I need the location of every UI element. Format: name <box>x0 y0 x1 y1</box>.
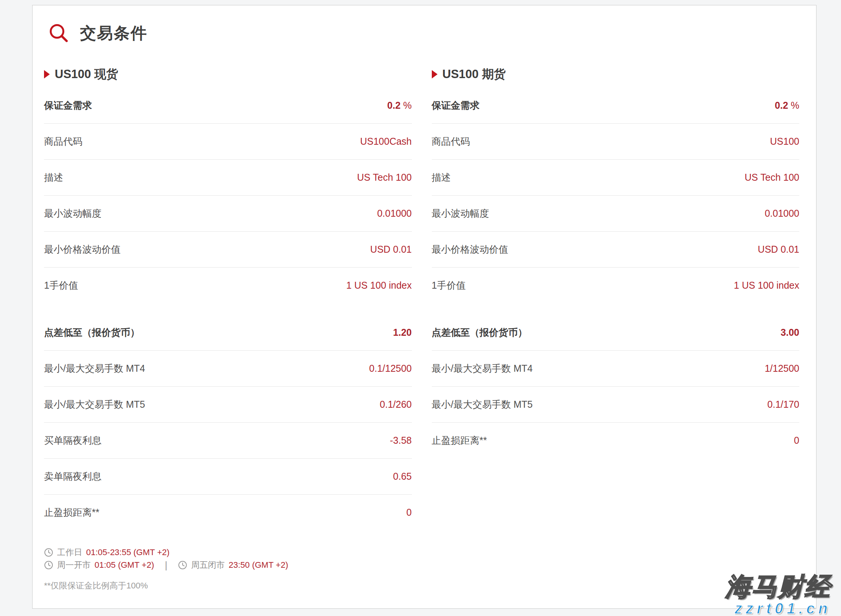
row-value: 0.1/170 <box>768 399 799 410</box>
row-label: 最小/最大交易手数 MT5 <box>432 399 533 410</box>
watermark-brand: 海马财经 <box>725 574 831 599</box>
column-title: US100 期货 <box>443 66 506 82</box>
table-row: 最小波动幅度0.01000 <box>432 195 800 231</box>
row-label: 卖单隔夜利息 <box>44 471 101 482</box>
table-row: 1手价值1 US 100 index <box>44 267 412 303</box>
column-title: US100 现货 <box>55 66 118 82</box>
row-value: USD 0.01 <box>758 243 799 255</box>
table-row: 止盈损距离**0 <box>432 422 800 458</box>
table-row: 描述US Tech 100 <box>432 159 800 195</box>
row-value: 0 <box>794 435 799 446</box>
row-value: 1 US 100 index <box>346 279 412 291</box>
table-row: 最小价格波动价值USD 0.01 <box>44 231 412 267</box>
table-row: 最小/最大交易手数 MT40.1/12500 <box>44 350 412 386</box>
schedule-time: 23:50 (GMT +2) <box>229 560 288 570</box>
row-label: 1手价值 <box>44 279 78 291</box>
row-value: 0.1/12500 <box>369 363 412 374</box>
table-row: 卖单隔夜利息0.65 <box>44 458 412 494</box>
schedule-time: 01:05 (GMT +2) <box>95 560 154 570</box>
table-row: 保证金需求0.2 % <box>44 88 412 123</box>
column-spot: US100 现货 保证金需求0.2 %商品代码US100Cash描述US Tec… <box>44 66 412 591</box>
table-row: 最小/最大交易手数 MT50.1/260 <box>44 386 412 422</box>
row-label: 商品代码 <box>432 136 470 147</box>
row-value: 0.2 % <box>387 100 412 111</box>
futures-rows: 保证金需求0.2 %商品代码US100描述US Tech 100最小波动幅度0.… <box>432 88 800 458</box>
row-value: 3.00 <box>781 327 799 338</box>
arrow-right-icon <box>44 70 50 78</box>
schedule-line-weekday: 工作日 01:05-23:55 (GMT +2) <box>44 547 412 557</box>
row-value: US Tech 100 <box>357 172 412 183</box>
clock-icon <box>44 548 53 557</box>
row-label: 1手价值 <box>432 279 466 291</box>
row-label: 点差低至（报价货币） <box>432 327 527 338</box>
row-label: 点差低至（报价货币） <box>44 327 140 338</box>
table-row: 1手价值1 US 100 index <box>432 267 800 303</box>
row-value: -3.58 <box>390 435 412 446</box>
trading-schedule: 工作日 01:05-23:55 (GMT +2) 周一开市 01:05 (GMT… <box>44 545 412 591</box>
schedule-label: 工作日 <box>57 547 82 557</box>
row-label: 保证金需求 <box>44 100 92 111</box>
row-label: 买单隔夜利息 <box>44 435 101 446</box>
page-header: 交易条件 <box>44 23 799 44</box>
schedule-label: 周五闭市 <box>191 560 225 570</box>
arrow-right-icon <box>432 70 438 78</box>
row-value: 0 <box>407 507 412 518</box>
row-value: 0.65 <box>393 471 412 482</box>
schedule-line-open-close: 周一开市 01:05 (GMT +2) | 周五闭市 23:50 (GMT +2… <box>44 560 412 570</box>
table-row: 商品代码US100 <box>432 123 800 159</box>
row-value: US100Cash <box>360 136 412 147</box>
schedule-time: 01:05-23:55 (GMT +2) <box>86 547 170 557</box>
column-spot-header: US100 现货 <box>44 66 412 82</box>
trading-conditions-card: 交易条件 US100 现货 保证金需求0.2 %商品代码US100Cash描述U… <box>32 5 817 609</box>
clock-icon <box>44 560 53 570</box>
conditions-columns: US100 现货 保证金需求0.2 %商品代码US100Cash描述US Tec… <box>44 66 799 591</box>
row-label: 最小/最大交易手数 MT4 <box>432 363 533 374</box>
row-value: US100 <box>770 136 799 147</box>
row-value: 1 US 100 index <box>734 279 799 291</box>
row-label: 最小价格波动价值 <box>432 243 508 255</box>
table-row: 保证金需求0.2 % <box>432 88 800 123</box>
table-row: 最小价格波动价值USD 0.01 <box>432 231 800 267</box>
table-row: 最小/最大交易手数 MT50.1/170 <box>432 386 800 422</box>
page-title: 交易条件 <box>80 23 147 44</box>
row-label: 保证金需求 <box>432 100 480 111</box>
row-label: 描述 <box>432 172 451 183</box>
row-label: 描述 <box>44 172 63 183</box>
row-label: 最小/最大交易手数 MT5 <box>44 399 145 410</box>
watermark: 海马财经 zzrt01.cn <box>725 574 831 616</box>
table-row: 描述US Tech 100 <box>44 159 412 195</box>
spot-rows: 保证金需求0.2 %商品代码US100Cash描述US Tech 100最小波动… <box>44 88 412 530</box>
schedule-label: 周一开市 <box>57 560 91 570</box>
clock-icon <box>178 560 187 570</box>
row-label: 最小价格波动价值 <box>44 243 121 255</box>
row-value: 0.2 % <box>775 100 799 111</box>
search-icon <box>49 23 69 44</box>
margin-footnote: **仅限保证金比例高于100% <box>44 580 412 591</box>
table-row: 点差低至（报价货币）1.20 <box>44 315 412 350</box>
row-value: USD 0.01 <box>370 243 412 255</box>
table-row: 点差低至（报价货币）3.00 <box>432 315 800 350</box>
table-row: 止盈损距离**0 <box>44 494 412 530</box>
table-row: 商品代码US100Cash <box>44 123 412 159</box>
row-label: 最小波动幅度 <box>44 208 101 219</box>
row-label: 止盈损距离** <box>432 435 487 446</box>
row-value: US Tech 100 <box>745 172 799 183</box>
watermark-site: zzrt01.cn <box>725 601 831 616</box>
table-row: 最小波动幅度0.01000 <box>44 195 412 231</box>
row-value: 0.01000 <box>765 208 799 219</box>
column-futures: US100 期货 保证金需求0.2 %商品代码US100描述US Tech 10… <box>432 66 800 591</box>
row-value: 1/12500 <box>765 363 799 374</box>
table-row: 买单隔夜利息-3.58 <box>44 422 412 458</box>
row-label: 商品代码 <box>44 136 82 147</box>
separator: | <box>165 560 168 570</box>
row-label: 最小波动幅度 <box>432 208 489 219</box>
column-futures-header: US100 期货 <box>432 66 800 82</box>
table-row: 最小/最大交易手数 MT41/12500 <box>432 350 800 386</box>
row-value: 0.1/260 <box>380 399 412 410</box>
row-label: 最小/最大交易手数 MT4 <box>44 363 145 374</box>
row-label: 止盈损距离** <box>44 507 99 518</box>
row-value: 1.20 <box>393 327 412 338</box>
row-value: 0.01000 <box>377 208 412 219</box>
